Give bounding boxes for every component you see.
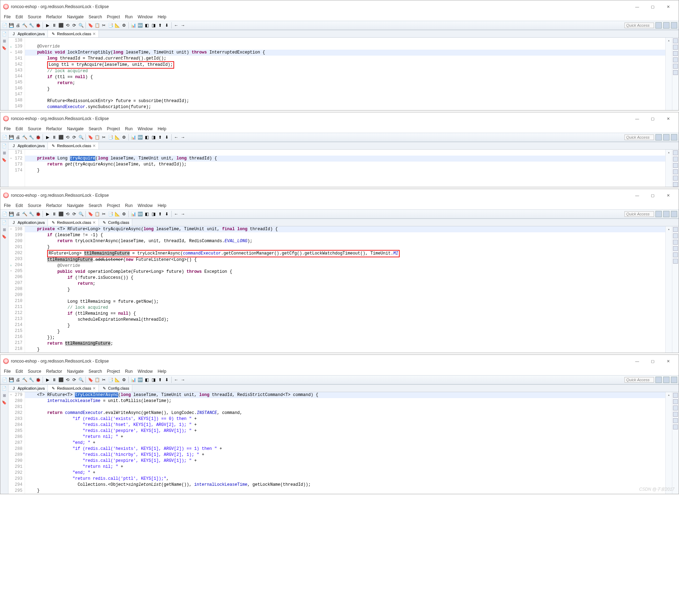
toolbar-button-10[interactable]: ⟳ <box>71 23 77 28</box>
toolbar-button-18[interactable]: 📊 <box>131 23 136 28</box>
toolbar-button-15[interactable]: 📑 <box>108 211 113 217</box>
toolbar-button-23[interactable]: ⬇ <box>164 377 170 383</box>
toolbar-button-22[interactable]: ⬆ <box>157 211 163 217</box>
menu-help[interactable]: Help <box>156 202 169 209</box>
menu-refactor[interactable]: Refactor <box>44 14 64 20</box>
toolbar-button-9[interactable]: ⟲ <box>65 211 70 217</box>
toolbar-button-24[interactable]: ← <box>173 23 179 28</box>
overview-mark-3[interactable] <box>673 57 678 62</box>
toolbar-button-2[interactable]: 🖨 <box>15 134 21 140</box>
toolbar-button-12[interactable]: 🔖 <box>88 211 93 217</box>
toolbar-button-7[interactable]: ⏸ <box>51 211 57 217</box>
toolbar-button-10[interactable]: ⟳ <box>71 377 77 383</box>
toolbar-button-3[interactable]: 🔨 <box>22 377 27 383</box>
menu-navigate[interactable]: Navigate <box>65 368 85 375</box>
toolbar-button-2[interactable]: 🖨 <box>15 211 21 217</box>
code-line[interactable]: } <box>27 86 663 92</box>
menu-source[interactable]: Source <box>26 14 43 20</box>
toolbar-button-22[interactable]: ⬆ <box>157 23 163 28</box>
code-line[interactable]: if (ttl == null) { <box>27 74 663 80</box>
overview-mark-4[interactable] <box>673 418 678 423</box>
toolbar-button-14[interactable]: ✂ <box>101 134 107 140</box>
code-line[interactable]: @Override <box>27 44 663 50</box>
toolbar-button-9[interactable]: ⟲ <box>65 23 70 28</box>
overview-mark-4[interactable] <box>673 176 678 181</box>
code-line[interactable]: "if (redis.call('hexists', KEYS[1], ARGV… <box>27 446 663 452</box>
toolbar-button-17[interactable]: ⚙ <box>121 211 127 217</box>
tab-application-java[interactable]: JApplication.java <box>8 385 48 392</box>
overview-mark-1[interactable] <box>673 399 678 404</box>
toolbar-button-7[interactable]: ⏸ <box>51 134 57 140</box>
code-line[interactable]: public void lockInterruptibly(long lease… <box>25 50 665 56</box>
menu-project[interactable]: Project <box>105 368 122 375</box>
close-button[interactable]: ✕ <box>660 190 676 200</box>
vertical-scrollbar[interactable]: ▴ <box>665 226 672 353</box>
overview-mark-1[interactable] <box>673 45 678 50</box>
trim-icon-2[interactable]: 🔖 <box>1 234 7 239</box>
overview-mark-0[interactable] <box>673 38 678 43</box>
toolbar-button-3[interactable]: 🔨 <box>22 211 27 217</box>
toolbar-button-25[interactable]: → <box>180 211 186 217</box>
overview-mark-2[interactable] <box>673 163 678 168</box>
code-content[interactable]: @Override public void lockInterruptibly(… <box>25 38 665 110</box>
toolbar-button-18[interactable]: 📊 <box>131 211 136 217</box>
code-line[interactable]: "redis.call('pexpire', KEYS[1], ARGV[1])… <box>27 458 663 464</box>
trim-icon-1[interactable]: ⊞ <box>1 392 7 398</box>
code-line[interactable]: scheduleExpirationRenewal(threadId); <box>27 317 663 323</box>
menu-run[interactable]: Run <box>123 202 135 209</box>
vertical-scrollbar[interactable]: ▴ <box>665 392 672 494</box>
code-line[interactable]: Collections.<Object>singletonList(getNam… <box>27 482 663 488</box>
menu-file[interactable]: File <box>2 126 13 132</box>
toolbar-button-20[interactable]: ◧ <box>144 211 150 217</box>
code-line[interactable]: }); <box>27 335 663 341</box>
toolbar-button-1[interactable]: 💾 <box>8 211 14 217</box>
tab-close-icon[interactable]: ✕ <box>93 220 96 225</box>
overview-mark-0[interactable] <box>673 393 678 398</box>
code-line[interactable]: ttlRemainingFuture.addListener(new Futur… <box>27 257 663 263</box>
toolbar-button-1[interactable]: 💾 <box>8 377 14 383</box>
tab-application-java[interactable]: JApplication.java <box>8 142 48 149</box>
scroll-up-icon[interactable]: ▴ <box>666 392 672 398</box>
maximize-button[interactable]: ▢ <box>645 190 660 200</box>
toolbar-button-21[interactable]: ◨ <box>151 134 156 140</box>
perspective-button-1[interactable] <box>663 377 670 383</box>
overview-mark-2[interactable] <box>673 406 678 410</box>
toolbar-button-0[interactable]: 📄 <box>2 211 7 217</box>
overview-mark-5[interactable] <box>673 182 678 187</box>
trim-icon-0[interactable]: 📄 <box>1 143 7 149</box>
code-content[interactable]: private <T> RFuture<Long> tryAcquireAsyn… <box>25 226 665 353</box>
toolbar-button-22[interactable]: ⬆ <box>157 134 163 140</box>
quick-access-input[interactable] <box>624 134 654 140</box>
toolbar-button-23[interactable]: ⬇ <box>164 23 170 28</box>
menu-search[interactable]: Search <box>87 126 104 132</box>
code-line[interactable]: "end; " + <box>27 470 663 476</box>
toolbar-button-14[interactable]: ✂ <box>101 211 107 217</box>
toolbar-button-5[interactable]: 🐞 <box>35 211 41 217</box>
code-line[interactable]: long threadId = Thread.currentThread().g… <box>27 56 663 62</box>
code-line[interactable]: } <box>27 168 663 174</box>
toolbar-button-7[interactable]: ⏸ <box>51 23 57 28</box>
toolbar-button-10[interactable]: ⟳ <box>71 134 77 140</box>
toolbar-button-17[interactable]: ⚙ <box>121 134 127 140</box>
maximize-button[interactable]: ▢ <box>645 2 660 12</box>
perspective-button-0[interactable] <box>655 22 662 29</box>
menu-help[interactable]: Help <box>156 14 169 20</box>
menu-project[interactable]: Project <box>105 202 122 209</box>
tab-close-icon[interactable]: ✕ <box>93 144 96 148</box>
minimize-button[interactable]: — <box>629 2 645 12</box>
menu-project[interactable]: Project <box>105 14 122 20</box>
code-line[interactable] <box>27 92 663 98</box>
code-line[interactable]: return commandExecutor.evalWriteAsync(ge… <box>27 410 663 416</box>
scroll-up-icon[interactable]: ▴ <box>666 38 672 43</box>
toolbar-button-21[interactable]: ◨ <box>151 377 156 383</box>
code-line[interactable]: private Long tryAcquire(long leaseTime, … <box>25 156 665 162</box>
close-button[interactable]: ✕ <box>660 2 676 12</box>
menu-edit[interactable]: Edit <box>13 368 25 375</box>
trim-icon-1[interactable]: ⊞ <box>1 227 7 232</box>
trim-icon-1[interactable]: ⊞ <box>1 38 7 44</box>
code-line[interactable]: } <box>27 323 663 329</box>
code-line[interactable] <box>27 404 663 410</box>
toolbar-button-6[interactable]: ▶ <box>45 134 50 140</box>
minimize-button[interactable]: — <box>629 114 645 124</box>
perspective-button-0[interactable] <box>655 211 662 217</box>
